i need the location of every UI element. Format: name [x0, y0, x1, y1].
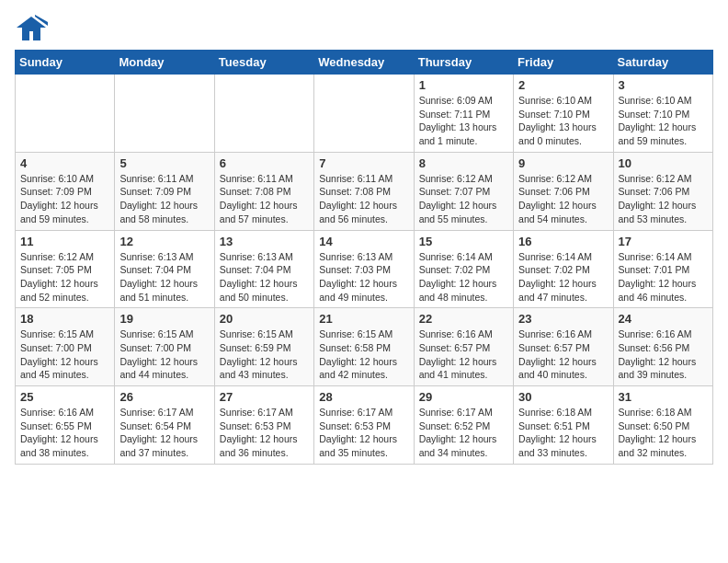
day-info: Sunrise: 6:17 AM Sunset: 6:54 PM Dayligh… — [119, 406, 209, 460]
day-number: 30 — [518, 390, 608, 404]
calendar-day-cell: 28Sunrise: 6:17 AM Sunset: 6:53 PM Dayli… — [314, 386, 414, 465]
day-info: Sunrise: 6:14 AM Sunset: 7:02 PM Dayligh… — [518, 250, 608, 304]
calendar-day-cell: 15Sunrise: 6:14 AM Sunset: 7:02 PM Dayli… — [414, 230, 513, 308]
calendar-day-cell — [115, 75, 214, 153]
day-number: 21 — [319, 312, 408, 326]
day-number: 17 — [619, 235, 708, 248]
day-info: Sunrise: 6:14 AM Sunset: 7:01 PM Dayligh… — [619, 250, 708, 304]
day-number: 1 — [419, 78, 508, 92]
day-info: Sunrise: 6:12 AM Sunset: 7:06 PM Dayligh… — [518, 172, 608, 226]
calendar-day-cell: 14Sunrise: 6:13 AM Sunset: 7:03 PM Dayli… — [314, 230, 414, 308]
calendar-day-cell: 17Sunrise: 6:14 AM Sunset: 7:01 PM Dayli… — [613, 230, 712, 308]
day-number: 15 — [419, 235, 508, 248]
calendar-day-cell: 12Sunrise: 6:13 AM Sunset: 7:04 PM Dayli… — [115, 230, 214, 308]
calendar-day-cell: 3Sunrise: 6:10 AM Sunset: 7:10 PM Daylig… — [613, 75, 712, 153]
day-info: Sunrise: 6:18 AM Sunset: 6:51 PM Dayligh… — [518, 406, 608, 460]
day-number: 13 — [220, 235, 309, 248]
calendar-day-cell — [214, 75, 313, 153]
page-header — [15, 15, 713, 42]
calendar-day-cell: 20Sunrise: 6:15 AM Sunset: 6:59 PM Dayli… — [214, 308, 313, 386]
day-number: 23 — [518, 312, 608, 326]
day-info: Sunrise: 6:10 AM Sunset: 7:09 PM Dayligh… — [20, 172, 109, 226]
day-info: Sunrise: 6:15 AM Sunset: 7:00 PM Dayligh… — [119, 327, 209, 382]
weekday-header-monday: Monday — [115, 51, 214, 75]
day-number: 22 — [419, 312, 508, 326]
day-info: Sunrise: 6:10 AM Sunset: 7:10 PM Dayligh… — [518, 94, 608, 148]
day-info: Sunrise: 6:13 AM Sunset: 7:04 PM Dayligh… — [220, 250, 309, 304]
calendar-day-cell: 13Sunrise: 6:13 AM Sunset: 7:04 PM Dayli… — [214, 230, 313, 308]
day-info: Sunrise: 6:09 AM Sunset: 7:11 PM Dayligh… — [419, 94, 508, 148]
day-info: Sunrise: 6:15 AM Sunset: 7:00 PM Dayligh… — [20, 327, 109, 382]
day-number: 3 — [619, 78, 708, 92]
day-info: Sunrise: 6:17 AM Sunset: 6:53 PM Dayligh… — [220, 406, 309, 460]
day-number: 20 — [220, 312, 309, 326]
day-number: 4 — [20, 156, 109, 170]
calendar-day-cell: 23Sunrise: 6:16 AM Sunset: 6:57 PM Dayli… — [514, 308, 613, 386]
day-info: Sunrise: 6:13 AM Sunset: 7:04 PM Dayligh… — [119, 250, 209, 304]
day-number: 27 — [220, 390, 309, 404]
day-info: Sunrise: 6:16 AM Sunset: 6:57 PM Dayligh… — [419, 327, 508, 382]
day-info: Sunrise: 6:17 AM Sunset: 6:52 PM Dayligh… — [419, 406, 508, 460]
day-info: Sunrise: 6:18 AM Sunset: 6:50 PM Dayligh… — [619, 406, 708, 460]
calendar-day-cell: 16Sunrise: 6:14 AM Sunset: 7:02 PM Dayli… — [514, 230, 613, 308]
calendar-day-cell: 22Sunrise: 6:16 AM Sunset: 6:57 PM Dayli… — [414, 308, 513, 386]
calendar-day-cell: 1Sunrise: 6:09 AM Sunset: 7:11 PM Daylig… — [414, 75, 513, 153]
day-number: 29 — [419, 390, 508, 404]
weekday-header-friday: Friday — [514, 51, 613, 75]
day-number: 18 — [20, 312, 109, 326]
day-info: Sunrise: 6:17 AM Sunset: 6:53 PM Dayligh… — [319, 406, 408, 460]
day-number: 9 — [518, 156, 608, 170]
calendar-day-cell: 4Sunrise: 6:10 AM Sunset: 7:09 PM Daylig… — [16, 152, 115, 230]
day-info: Sunrise: 6:11 AM Sunset: 7:08 PM Dayligh… — [220, 172, 309, 226]
day-info: Sunrise: 6:12 AM Sunset: 7:05 PM Dayligh… — [20, 250, 109, 304]
calendar-day-cell: 30Sunrise: 6:18 AM Sunset: 6:51 PM Dayli… — [514, 386, 613, 465]
day-info: Sunrise: 6:13 AM Sunset: 7:03 PM Dayligh… — [319, 250, 408, 304]
day-info: Sunrise: 6:11 AM Sunset: 7:08 PM Dayligh… — [319, 172, 408, 226]
weekday-header-saturday: Saturday — [613, 51, 712, 75]
calendar-day-cell: 19Sunrise: 6:15 AM Sunset: 7:00 PM Dayli… — [115, 308, 214, 386]
calendar-day-cell: 29Sunrise: 6:17 AM Sunset: 6:52 PM Dayli… — [414, 386, 513, 465]
calendar-day-cell: 31Sunrise: 6:18 AM Sunset: 6:50 PM Dayli… — [613, 386, 712, 465]
day-number: 8 — [419, 156, 508, 170]
calendar-day-cell: 11Sunrise: 6:12 AM Sunset: 7:05 PM Dayli… — [16, 230, 115, 308]
day-number: 16 — [518, 235, 608, 248]
day-info: Sunrise: 6:15 AM Sunset: 6:58 PM Dayligh… — [319, 327, 408, 382]
day-number: 7 — [319, 156, 408, 170]
day-number: 6 — [220, 156, 309, 170]
calendar-day-cell: 21Sunrise: 6:15 AM Sunset: 6:58 PM Dayli… — [314, 308, 414, 386]
day-info: Sunrise: 6:16 AM Sunset: 6:55 PM Dayligh… — [20, 406, 109, 460]
day-info: Sunrise: 6:12 AM Sunset: 7:06 PM Dayligh… — [619, 172, 708, 226]
calendar-day-cell: 2Sunrise: 6:10 AM Sunset: 7:10 PM Daylig… — [514, 75, 613, 153]
day-number: 14 — [319, 235, 408, 248]
calendar-week-row: 25Sunrise: 6:16 AM Sunset: 6:55 PM Dayli… — [16, 386, 713, 465]
calendar-day-cell: 25Sunrise: 6:16 AM Sunset: 6:55 PM Dayli… — [16, 386, 115, 465]
calendar-day-cell: 8Sunrise: 6:12 AM Sunset: 7:07 PM Daylig… — [414, 152, 513, 230]
calendar-day-cell: 9Sunrise: 6:12 AM Sunset: 7:06 PM Daylig… — [514, 152, 613, 230]
calendar-day-cell: 24Sunrise: 6:16 AM Sunset: 6:56 PM Dayli… — [613, 308, 712, 386]
day-number: 24 — [619, 312, 708, 326]
day-number: 12 — [119, 235, 209, 248]
calendar-day-cell — [16, 75, 115, 153]
day-number: 19 — [119, 312, 209, 326]
logo — [15, 15, 51, 42]
calendar-day-cell — [314, 75, 414, 153]
calendar-day-cell: 18Sunrise: 6:15 AM Sunset: 7:00 PM Dayli… — [16, 308, 115, 386]
weekday-header-row: SundayMondayTuesdayWednesdayThursdayFrid… — [16, 51, 713, 75]
calendar-week-row: 4Sunrise: 6:10 AM Sunset: 7:09 PM Daylig… — [16, 152, 713, 230]
calendar-day-cell: 7Sunrise: 6:11 AM Sunset: 7:08 PM Daylig… — [314, 152, 414, 230]
calendar-day-cell: 26Sunrise: 6:17 AM Sunset: 6:54 PM Dayli… — [115, 386, 214, 465]
calendar-table: SundayMondayTuesdayWednesdayThursdayFrid… — [15, 50, 713, 465]
day-number: 31 — [619, 390, 708, 404]
day-number: 28 — [319, 390, 408, 404]
calendar-week-row: 1Sunrise: 6:09 AM Sunset: 7:11 PM Daylig… — [16, 75, 713, 153]
weekday-header-tuesday: Tuesday — [214, 51, 313, 75]
day-info: Sunrise: 6:12 AM Sunset: 7:07 PM Dayligh… — [419, 172, 508, 226]
calendar-day-cell: 10Sunrise: 6:12 AM Sunset: 7:06 PM Dayli… — [613, 152, 712, 230]
day-info: Sunrise: 6:16 AM Sunset: 6:57 PM Dayligh… — [518, 327, 608, 382]
day-number: 11 — [20, 235, 109, 248]
weekday-header-wednesday: Wednesday — [314, 51, 414, 75]
day-number: 5 — [119, 156, 209, 170]
day-number: 10 — [619, 156, 708, 170]
day-info: Sunrise: 6:11 AM Sunset: 7:09 PM Dayligh… — [119, 172, 209, 226]
day-number: 25 — [20, 390, 109, 404]
